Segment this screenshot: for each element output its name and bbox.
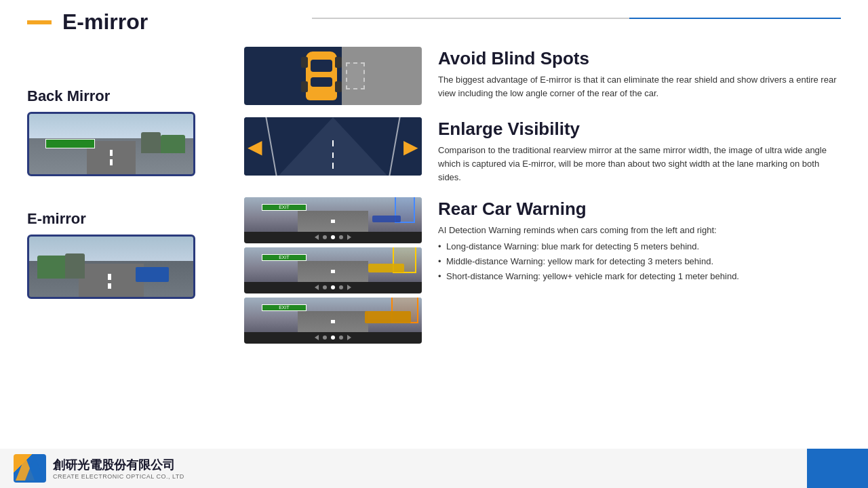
main-content: Back Mirror E-mirror [0, 40, 868, 344]
rear-warning-image-2: EXIT [244, 247, 422, 293]
back-mirror-section: Back Mirror [27, 87, 231, 176]
enlarge-visibility-image: ◀ ▶ [244, 117, 422, 176]
enlarge-visibility-row: ◀ ▶ Enlarge Visibility Comparison to the… [244, 117, 841, 185]
bullet-2: Middle-distance Warning: yellow mark for… [438, 255, 841, 268]
arrow-left-icon: ◀ [248, 136, 262, 158]
rear-car-warning-intro: AI Detection Warning reminds when cars c… [438, 225, 717, 235]
right-column: Avoid Blind Spots The biggest advantage … [244, 47, 841, 344]
enlarge-visibility-desc: Comparison to the traditional rearview m… [438, 144, 841, 184]
page-title: E-mirror [62, 9, 148, 35]
header-accent [27, 20, 52, 24]
avoid-blind-spots-desc: The biggest advantage of E-mirror is tha… [438, 73, 841, 100]
enlarge-visibility-text: Enlarge Visibility Comparison to the tra… [438, 117, 841, 185]
back-mirror-image [27, 112, 195, 176]
rear-car-warning-title: Rear Car Warning [438, 199, 841, 220]
avoid-blind-spots-title: Avoid Blind Spots [438, 48, 841, 69]
logo-text-block: 創研光電股份有限公司 CREATE ELECTRONIC OPTICAL CO.… [53, 457, 184, 480]
rear-car-warning-text: Rear Car Warning AI Detection Warning re… [438, 197, 841, 285]
avoid-blind-spots-text: Avoid Blind Spots The biggest advantage … [438, 47, 841, 100]
company-name-cn: 創研光電股份有限公司 [53, 457, 184, 473]
rear-car-warning-bullets: Long-distance Warning: blue mark for det… [438, 240, 841, 283]
arrow-right-icon: ▶ [403, 136, 418, 158]
header: E-mirror [0, 0, 868, 40]
rear-car-warning-section: EXIT [244, 197, 841, 344]
avoid-blind-spots-image [244, 47, 422, 105]
rear-car-images: EXIT [244, 197, 422, 344]
emirror-section: E-mirror [27, 210, 231, 299]
avoid-blind-spots-row: Avoid Blind Spots The biggest advantage … [244, 47, 841, 105]
back-mirror-label: Back Mirror [27, 87, 231, 105]
enlarge-visibility-title: Enlarge Visibility [438, 119, 841, 140]
rear-warning-image-1: EXIT [244, 197, 422, 243]
left-column: Back Mirror E-mirror [27, 47, 231, 344]
footer: 創研光電股份有限公司 CREATE ELECTRONIC OPTICAL CO.… [0, 449, 868, 488]
emirror-label: E-mirror [27, 210, 231, 228]
company-name-en: CREATE ELECTRONIC OPTICAL CO., LTD [53, 473, 184, 480]
logo-icon [14, 454, 46, 483]
emirror-image [27, 235, 195, 299]
rear-warning-image-3: EXIT [244, 298, 422, 344]
rear-car-warning-desc: AI Detection Warning reminds when cars c… [438, 224, 841, 284]
footer-blue-box [807, 449, 868, 488]
header-line [312, 18, 841, 19]
footer-logo: 創研光電股份有限公司 CREATE ELECTRONIC OPTICAL CO.… [0, 454, 184, 483]
bullet-1: Long-distance Warning: blue mark for det… [438, 240, 841, 253]
bullet-3: Short-distance Warning: yellow+ vehicle … [438, 270, 841, 283]
